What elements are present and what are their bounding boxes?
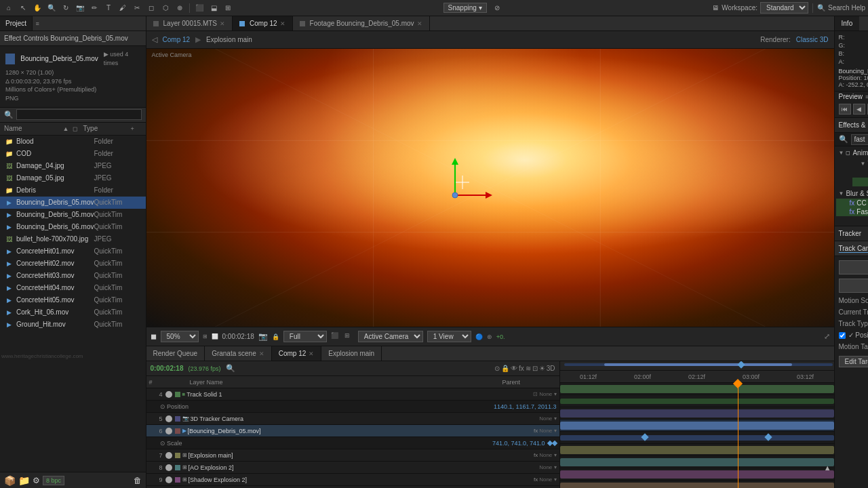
visibility-toggle[interactable] bbox=[165, 415, 172, 422]
expand-timeline-icon[interactable]: ▲ bbox=[824, 464, 831, 472]
snapping-button[interactable]: Snapping ▾ bbox=[443, 3, 487, 13]
track-motion-button[interactable]: Track Motion bbox=[839, 260, 868, 274]
time-range-indicator[interactable] bbox=[564, 363, 833, 369]
effects-icon[interactable]: fx bbox=[519, 365, 524, 372]
cursor-icon[interactable]: ↖ bbox=[17, 2, 29, 14]
null-icon[interactable]: ⊞ bbox=[222, 2, 234, 14]
brush-icon[interactable]: 🖌 bbox=[117, 2, 129, 14]
layer-row-9[interactable]: 9 ⊞ [Shadow Explosion 2] fx None ▾ bbox=[146, 474, 559, 486]
list-item[interactable]: ▶ ConcreteHit03.mov QuickTim bbox=[0, 270, 146, 282]
comp12-tab[interactable]: Comp 12 ✕ bbox=[233, 16, 293, 30]
pen-icon[interactable]: ✏ bbox=[88, 2, 100, 14]
settings-icon[interactable]: ⚙ bbox=[33, 476, 40, 485]
track-row-10[interactable] bbox=[560, 481, 834, 488]
camera-icon[interactable]: 📷 bbox=[258, 332, 268, 341]
track-row-8[interactable] bbox=[560, 456, 834, 468]
edit-target-button[interactable]: Edit Target... bbox=[839, 356, 868, 367]
panel-menu-icon[interactable]: ≡ bbox=[33, 19, 42, 28]
explosion-label[interactable]: Explosion main bbox=[206, 36, 252, 43]
preview-icon[interactable]: ⊛ bbox=[487, 333, 492, 340]
view-dropdown[interactable]: 1 View 2 Views 4 Views bbox=[427, 331, 471, 342]
camera-dropdown[interactable]: Active Camera bbox=[358, 331, 423, 342]
zoom-icon[interactable]: 🔍 bbox=[45, 2, 58, 14]
hide-icon[interactable]: 👁 bbox=[511, 365, 517, 372]
position-checkbox-row[interactable]: ✓ Position Rotation Scale bbox=[839, 331, 868, 339]
track-row-7[interactable] bbox=[560, 444, 834, 456]
playhead-marker[interactable] bbox=[737, 361, 745, 368]
extra-tool-icon[interactable]: ⊘ bbox=[491, 2, 503, 14]
list-item[interactable]: 📁 Debris Folder bbox=[0, 184, 146, 197]
track-row-5[interactable] bbox=[560, 407, 834, 420]
step-back-button[interactable]: ◀ bbox=[853, 104, 865, 115]
granata-scene-tab[interactable]: Granata scene ✕ bbox=[205, 346, 272, 361]
new-composition-icon[interactable]: 📦 bbox=[4, 475, 16, 486]
render-queue-tab[interactable]: Render Queue bbox=[146, 346, 205, 361]
track-row-9[interactable] bbox=[560, 468, 834, 481]
new-folder-icon[interactable]: 📁 bbox=[18, 475, 30, 486]
adjustment-icon[interactable]: ☀ bbox=[539, 365, 545, 372]
layer-row-7[interactable]: 7 ⊞ [Explosion main] fx None ▾ bbox=[146, 449, 559, 462]
layer-tab-close-icon[interactable]: ✕ bbox=[220, 20, 225, 27]
clone-icon[interactable]: ✂ bbox=[131, 2, 143, 14]
layer-tab[interactable]: Layer 00015.MTS ✕ bbox=[146, 16, 233, 30]
comp12-timeline-tab[interactable]: Comp 12 ✕ bbox=[272, 346, 322, 361]
list-item[interactable]: ▶ Bouncing_Debris_05.mov QuickTim bbox=[0, 209, 146, 221]
comp12-timeline-close-icon[interactable]: ✕ bbox=[309, 350, 314, 357]
delete-icon[interactable]: 🗑 bbox=[134, 476, 142, 485]
lock-icon[interactable]: 🔒 bbox=[272, 333, 279, 340]
visibility-toggle[interactable] bbox=[165, 391, 172, 398]
renderer-value[interactable]: Classic 3D bbox=[796, 36, 829, 43]
frame-back-icon[interactable]: ◼ bbox=[151, 332, 157, 341]
animation-presets-header[interactable]: ▼ ◻ Animation Presets bbox=[836, 148, 868, 158]
visibility-toggle[interactable] bbox=[165, 476, 172, 483]
list-item[interactable]: ▶ ConcreteHit04.mov QuickTim bbox=[0, 282, 146, 294]
layer-row-6[interactable]: 6 ▶ [Bouncing_Debris_05.mov] fx None ▾ bbox=[146, 425, 559, 437]
visibility-toggle[interactable] bbox=[165, 428, 172, 434]
hand-icon[interactable]: ✋ bbox=[31, 2, 43, 14]
track-row-6[interactable] bbox=[560, 420, 834, 432]
track-row-4[interactable] bbox=[560, 383, 834, 395]
camera-icon[interactable]: 📷 bbox=[74, 2, 86, 14]
solo-icon[interactable]: ⊙ bbox=[494, 365, 500, 372]
position-checkbox[interactable] bbox=[839, 332, 846, 339]
track-row-scale[interactable] bbox=[560, 432, 834, 444]
skip-back-button[interactable]: ⏮ bbox=[839, 104, 851, 115]
list-item[interactable]: 🖼 Damage_05.jpg JPEG bbox=[0, 172, 146, 184]
stabilize-motion-button[interactable]: Stabilize Motion bbox=[839, 279, 868, 293]
track-camera-tab[interactable]: Track Camera bbox=[839, 245, 868, 253]
list-item[interactable]: ▶ Cork_Hit_06.mov QuickTim bbox=[0, 306, 146, 319]
list-item[interactable]: 📁 COD Folder bbox=[0, 148, 146, 160]
rotate-icon[interactable]: ↻ bbox=[60, 2, 72, 14]
list-item[interactable]: 🖼 bullet_hole-700x700.jpg JPEG bbox=[0, 233, 146, 245]
fast-blur-item[interactable]: fx Fast Blur bbox=[836, 207, 868, 216]
text-group-header[interactable]: ▼ Text bbox=[852, 159, 868, 169]
layer-row-4[interactable]: 4 ■ Track Solid 1 ⊡ None ▾ bbox=[146, 388, 559, 401]
region-icon[interactable]: ⬛ bbox=[331, 332, 340, 342]
home-icon[interactable]: ⌂ bbox=[3, 2, 15, 14]
cc-radial-fast-blur-item[interactable]: fx CC Radial Fast Blur bbox=[836, 199, 868, 207]
project-search-input[interactable] bbox=[16, 109, 142, 120]
layer-row-5[interactable]: 5 📷 3D Tracker Camera None ▾ bbox=[146, 413, 559, 425]
visibility-toggle[interactable] bbox=[165, 452, 172, 459]
anchor-icon[interactable]: ⬓ bbox=[208, 2, 220, 14]
frame-blend-icon[interactable]: ⊡ bbox=[532, 365, 538, 372]
render-icon[interactable]: 🔵 bbox=[475, 333, 483, 340]
grid-icon[interactable]: ⊞ bbox=[344, 332, 354, 342]
list-item[interactable]: ▶ Ground_Hit.mov QuickTim bbox=[0, 319, 146, 331]
list-item[interactable]: ▶ ConcreteHit05.mov QuickTim bbox=[0, 294, 146, 306]
add-item-icon[interactable]: + bbox=[131, 125, 142, 132]
expand-icon[interactable]: ⤢ bbox=[824, 332, 830, 341]
3d-icon[interactable]: 3D bbox=[547, 365, 555, 372]
footage-tab-close-icon[interactable]: ✕ bbox=[417, 20, 422, 27]
roto-icon[interactable]: ⬡ bbox=[159, 2, 172, 14]
project-tab[interactable]: Project bbox=[0, 16, 33, 30]
comp-name-button[interactable]: Comp 12 bbox=[163, 36, 191, 43]
granata-tab-close-icon[interactable]: ✕ bbox=[259, 350, 264, 357]
zoom-dropdown[interactable]: 50% 100% 25% bbox=[161, 331, 199, 342]
layer-row-8[interactable]: 8 ⊞ [AO Explosion 2] None ▾ bbox=[146, 462, 559, 474]
view-control[interactable]: 1 View 2 Views 4 Views bbox=[427, 331, 471, 342]
list-item[interactable]: ▶ Bouncing_Debris_06.mov QuickTim bbox=[0, 221, 146, 233]
puppet-icon[interactable]: ⊕ bbox=[174, 2, 186, 14]
footage-tab[interactable]: Footage Bouncing_Debris_05.mov ✕ bbox=[293, 16, 430, 30]
explosion-main-tab[interactable]: Explosion main bbox=[321, 346, 382, 361]
